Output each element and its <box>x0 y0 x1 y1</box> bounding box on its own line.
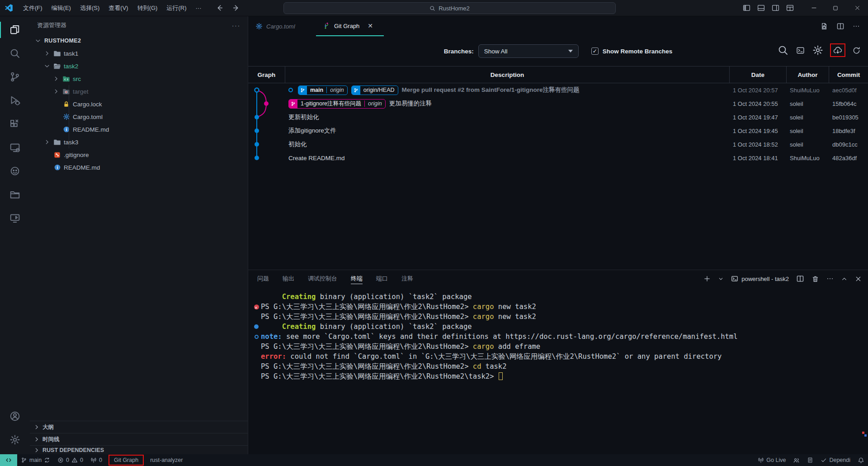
activity-scm-icon[interactable] <box>0 65 30 89</box>
tree-item-Cargo-toml[interactable]: Cargo.toml <box>30 110 248 123</box>
command-center-search[interactable]: RustHome2 <box>283 2 616 14</box>
customize-layout-icon[interactable] <box>786 4 794 12</box>
more-actions-icon[interactable] <box>853 23 860 30</box>
show-remote-branches-checkbox[interactable]: ✓ Show Remote Branches <box>591 48 673 55</box>
rust-analyzer-status[interactable]: rust-analyzer <box>146 454 186 466</box>
section-0[interactable]: 大纲 <box>30 421 248 433</box>
new-terminal-icon[interactable] <box>703 275 711 282</box>
commit-author-text: soleil <box>790 128 803 134</box>
window-close-button[interactable] <box>846 0 868 16</box>
tree-item--gitignore[interactable]: .gitignore <box>30 148 248 161</box>
window-maximize-button[interactable] <box>825 0 846 16</box>
panel-tab-1[interactable]: 输出 <box>283 270 294 287</box>
branch-badge-1-gitignore[interactable]: 1-gitignore注释有些问题origin <box>288 99 386 109</box>
workspace-root-row[interactable]: RUSTHOME2 <box>30 34 248 47</box>
panel-tab-3[interactable]: 终端 <box>351 270 363 287</box>
red-annotation-box[interactable] <box>830 43 845 57</box>
terminal-instance-label[interactable]: powershell - task2 <box>731 275 789 282</box>
terminal-dropdown-icon[interactable] <box>718 276 724 282</box>
views-more-actions-icon[interactable]: ··· <box>232 22 241 29</box>
activity-debug-icon[interactable] <box>0 89 30 112</box>
split-terminal-icon[interactable] <box>796 275 804 283</box>
toggle-secondary-sidebar-icon[interactable] <box>772 4 779 12</box>
nav-forward-icon[interactable] <box>232 4 240 12</box>
tab-close-icon[interactable]: ✕ <box>368 22 373 29</box>
git-graph-status[interactable]: Git Graph <box>108 455 144 466</box>
chevron-right-icon <box>52 88 60 95</box>
keep-open-icon[interactable] <box>820 22 828 30</box>
close-panel-icon[interactable] <box>855 276 862 282</box>
menu-item-0[interactable]: 文件(F) <box>19 2 47 14</box>
section-rust-dependencies[interactable]: RUST DEPENDENCIES <box>30 445 248 454</box>
toggle-sidebar-icon[interactable] <box>743 4 750 12</box>
terminal-token: binary (application) `task2` package <box>316 293 472 301</box>
nav-back-icon[interactable] <box>216 4 223 12</box>
tree-item-README-md[interactable]: README.md <box>30 123 248 136</box>
notifications-bell[interactable] <box>854 454 868 466</box>
activity-folderlib-icon[interactable] <box>0 183 30 206</box>
refresh-icon[interactable] <box>852 46 861 55</box>
activity-search-icon[interactable] <box>0 42 30 65</box>
accounts-status[interactable] <box>789 454 803 466</box>
tree-item-target[interactable]: target <box>30 85 248 98</box>
chevron-down-icon <box>43 63 51 69</box>
go-live[interactable]: Go Live <box>754 454 789 466</box>
menu-item-4[interactable]: 转到(G) <box>133 2 162 14</box>
graph-settings-icon[interactable] <box>812 45 823 56</box>
panel-tab-2[interactable]: 调试控制台 <box>308 270 337 287</box>
commit-row[interactable]: Create README.md1 Oct 2024 18:41ShuiMuLu… <box>248 151 868 165</box>
commit-date: 1 Oct 2024 18:41 <box>729 151 786 165</box>
commit-row[interactable]: 添加gitignore文件1 Oct 2024 19:45soleil18bdf… <box>248 124 868 138</box>
commit-row[interactable]: 1-gitignore注释有些问题origin更加易懂的注释1 Oct 2024… <box>248 97 868 110</box>
dependi-status[interactable]: Dependi <box>817 454 854 466</box>
activity-gear-icon[interactable] <box>0 428 30 452</box>
terminal-output[interactable]: Creating binary (application) `task2` pa… <box>252 292 865 381</box>
tree-item-src[interactable]: src <box>30 72 248 85</box>
branch-icon <box>298 86 307 95</box>
commit-hash-text: be019305 <box>832 114 859 121</box>
tree-item-task1[interactable]: task1 <box>30 47 248 60</box>
remote-indicator[interactable] <box>0 454 17 466</box>
activity-extensions-icon[interactable] <box>0 112 30 136</box>
branch-indicator[interactable]: main <box>17 454 54 466</box>
window-minimize-button[interactable] <box>803 0 825 16</box>
activity-preview-icon[interactable] <box>0 206 30 230</box>
tree-item-Cargo-lock[interactable]: Cargo.lock <box>30 98 248 110</box>
activity-remote-icon[interactable] <box>0 136 30 159</box>
menu-item-more[interactable]: ··· <box>191 2 206 14</box>
menu-item-3[interactable]: 查看(V) <box>104 2 132 14</box>
split-editor-icon[interactable] <box>836 22 844 30</box>
branches-dropdown[interactable]: Show All <box>478 44 579 58</box>
kill-terminal-icon[interactable] <box>811 275 819 283</box>
tree-item-README-md[interactable]: README.md <box>30 161 248 174</box>
commit-row[interactable]: 更新初始化1 Oct 2024 19:47soleilbe019305 <box>248 110 868 124</box>
notes-status[interactable] <box>803 454 817 466</box>
commit-row[interactable]: mainoriginorigin/HEADMerge pull request … <box>248 83 868 97</box>
commit-row[interactable]: 初始化1 Oct 2024 18:52soleildb09c1cc <box>248 138 868 151</box>
activity-files-icon[interactable] <box>0 18 30 42</box>
panel-tab-5[interactable]: 注释 <box>401 270 413 287</box>
panel-tab-0[interactable]: 问题 <box>257 270 269 287</box>
tree-item-task2[interactable]: task2 <box>30 60 248 72</box>
activity-rust-icon[interactable] <box>0 159 30 183</box>
menu-item-5[interactable]: 运行(R) <box>162 2 191 14</box>
branch-badge-originHEAD[interactable]: origin/HEAD <box>351 86 398 95</box>
menu-item-2[interactable]: 选择(S) <box>75 2 104 14</box>
section-1[interactable]: 时间线 <box>30 433 248 445</box>
branch-badge-main[interactable]: mainorigin <box>298 86 348 95</box>
toggle-panel-icon[interactable] <box>757 4 765 12</box>
tree-item-task3[interactable]: task3 <box>30 136 248 148</box>
tab-cargo-toml[interactable]: Cargo.toml <box>248 16 316 36</box>
graph-terminal-icon[interactable] <box>796 46 805 55</box>
ports-indicator[interactable]: 0 <box>87 454 106 466</box>
menu-item-1[interactable]: 编辑(E) <box>47 2 75 14</box>
panel-more-actions-icon[interactable] <box>826 275 834 282</box>
maximize-panel-icon[interactable] <box>841 276 848 282</box>
fetch-from-remote-icon[interactable] <box>833 46 842 55</box>
tab-git-graph[interactable]: Git Graph✕ <box>316 16 384 36</box>
graph-search-icon[interactable] <box>778 45 788 56</box>
activity-account-icon[interactable] <box>0 404 30 428</box>
panel-tab-4[interactable]: 端口 <box>376 270 388 287</box>
problems-indicator[interactable]: 00 <box>54 454 87 466</box>
branches-label: Branches: <box>444 48 474 55</box>
